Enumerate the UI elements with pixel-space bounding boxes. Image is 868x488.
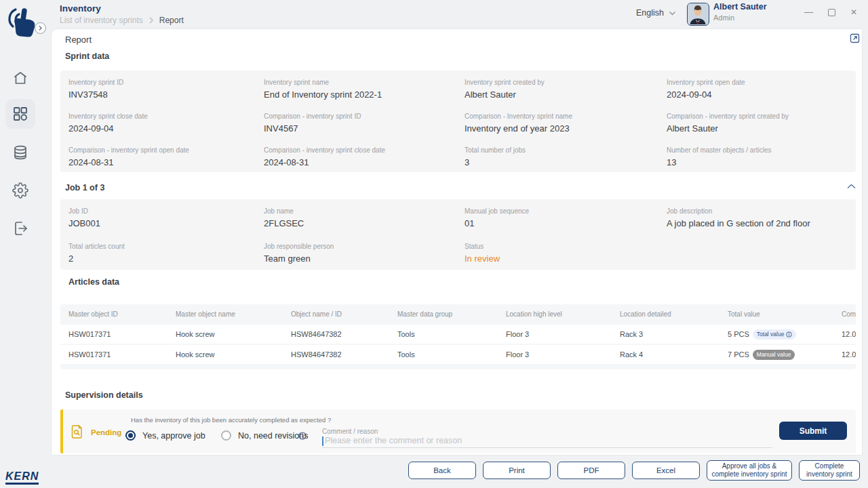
field-label: Total number of jobs xyxy=(465,146,660,154)
field-value: 13 xyxy=(667,157,849,167)
table-cell: Tools xyxy=(397,330,506,338)
user-role: Admin xyxy=(713,14,734,22)
sprint-field: Total number of jobs3 xyxy=(465,138,667,172)
sprint-field: Number of master objects / articles13 xyxy=(667,138,856,172)
complete-inventory-sprint-button[interactable]: Complete inventory sprint xyxy=(799,460,860,481)
total-value: 5 PCS xyxy=(728,330,749,338)
column-header: Location detailed xyxy=(620,310,728,318)
sidebar-item-dashboard[interactable] xyxy=(12,106,28,122)
job-field: Job name2FLGSEC xyxy=(264,199,465,235)
badge-label: Total value xyxy=(757,331,785,338)
info-icon[interactable] xyxy=(298,432,307,440)
sidebar-item-database[interactable] xyxy=(12,144,28,161)
sprint-field: Comparison - inventory sprint close date… xyxy=(264,138,465,172)
job-field: Job responsible personTeam green xyxy=(264,235,465,270)
avatar[interactable] xyxy=(687,3,709,26)
radio-yes-label[interactable]: Yes, approve job xyxy=(142,431,205,441)
sidebar-collapse-button[interactable] xyxy=(35,22,46,34)
field-label: Manual job sequence xyxy=(465,207,660,215)
field-label: Inventory sprint ID xyxy=(68,79,257,86)
pending-review-icon xyxy=(71,425,83,439)
status-value: In review xyxy=(465,253,660,264)
excel-button[interactable]: Excel xyxy=(632,462,700,479)
table-cell: HSW017371 xyxy=(68,330,176,338)
field-label: Comparison - Inventory sprint name xyxy=(465,113,660,120)
breadcrumb-chevron-icon xyxy=(149,17,154,24)
expand-icon[interactable] xyxy=(850,33,860,43)
field-value: Albert Sauter xyxy=(667,123,849,134)
total-value-cell: 5 PCS Total value xyxy=(728,329,842,340)
sidebar-item-settings[interactable] xyxy=(12,182,28,199)
job-data-panel: Job IDJOB001 Job name2FLGSEC Manual job … xyxy=(60,199,856,270)
radio-no-label[interactable]: No, need revisions xyxy=(238,431,309,441)
field-label: Job ID xyxy=(68,207,257,215)
table-cell: Floor 3 xyxy=(506,350,620,359)
job-field-status: StatusIn review xyxy=(465,235,667,270)
column-header: Object name / ID xyxy=(291,310,397,318)
comment-input[interactable] xyxy=(322,434,772,448)
radio-dot xyxy=(128,433,133,438)
field-label: Total articles count xyxy=(68,243,257,250)
radio-yes[interactable] xyxy=(125,430,136,441)
field-value: 3 xyxy=(465,157,660,167)
print-button[interactable]: Print xyxy=(483,462,551,479)
app-touch-logo-icon xyxy=(4,1,38,38)
language-label: English xyxy=(636,8,664,18)
chevron-right-icon xyxy=(38,25,43,31)
sprint-field: Inventory sprint created byAlbert Sauter xyxy=(465,70,667,104)
radio-no[interactable] xyxy=(221,430,231,441)
table-cell: Floor 3 xyxy=(506,330,620,338)
column-header: Master object ID xyxy=(68,310,176,318)
sprint-field: Inventory sprint nameEnd of Inventory sp… xyxy=(264,70,465,104)
field-value: Team green xyxy=(264,253,458,264)
table-cell: Rack 3 xyxy=(620,330,728,338)
field-value: JOB001 xyxy=(68,218,257,228)
report-panel: Report Sprint data Inventory sprint IDIN… xyxy=(51,28,863,455)
table-cell: 12.0 xyxy=(842,350,856,359)
sidebar-item-home[interactable] xyxy=(12,70,28,86)
table-cell: HSW84647382 xyxy=(291,350,397,359)
table-row: HSW017371 Hook screw HSW84647382 Tools F… xyxy=(60,325,856,344)
field-value: Albert Sauter xyxy=(465,89,660,100)
breadcrumb-parent[interactable]: List of inventory sprints xyxy=(60,16,143,25)
minimize-button[interactable]: — xyxy=(804,7,813,17)
field-label: Job name xyxy=(264,207,458,215)
user-name: Albert Sauter xyxy=(713,2,767,12)
maximize-button[interactable] xyxy=(828,9,835,16)
field-label: Number of master objects / articles xyxy=(667,146,849,154)
sprint-field: Comparison - inventory sprint open date2… xyxy=(68,138,264,172)
field-value: 2024-08-31 xyxy=(264,157,458,167)
field-value: 2024-09-04 xyxy=(667,89,849,100)
column-header: Location high level xyxy=(506,310,620,318)
job-field: Manual job sequence01 xyxy=(465,199,667,235)
articles-table: Master object ID Master object name Obje… xyxy=(60,304,856,369)
approve-all-jobs-button[interactable]: Approve all jobs & complete inventory sp… xyxy=(707,460,792,481)
back-button[interactable]: Back xyxy=(408,462,476,479)
field-label: Inventory sprint name xyxy=(264,79,458,86)
chevron-up-icon[interactable] xyxy=(846,183,856,190)
pdf-button[interactable]: PDF xyxy=(557,462,625,479)
field-label: Status xyxy=(465,243,660,250)
language-selector[interactable]: English xyxy=(636,8,676,18)
breadcrumb-current: Report xyxy=(159,16,184,25)
field-value: 2024-08-31 xyxy=(68,157,257,167)
table-cell: 12.0 xyxy=(842,330,856,338)
field-label: Comparison - inventory sprint close date xyxy=(264,146,458,154)
table-cell: HSW017371 xyxy=(68,350,176,359)
field-label: Comparison - inventory sprint ID xyxy=(264,113,458,120)
field-label: Job responsible person xyxy=(264,243,458,250)
field-value: 2024-09-04 xyxy=(68,123,257,134)
close-button[interactable]: ✕ xyxy=(850,7,857,17)
total-value-badge[interactable]: Total value xyxy=(753,329,797,340)
sidebar-item-logout[interactable] xyxy=(12,220,28,237)
submit-button[interactable]: Submit xyxy=(779,422,847,440)
sprint-field: Inventory sprint IDINV37548 xyxy=(68,70,264,104)
breadcrumb: List of inventory sprints Report xyxy=(60,16,184,25)
column-header: Com xyxy=(842,310,856,318)
report-title: Report xyxy=(65,35,92,45)
articles-section-title: Articles data xyxy=(68,277,119,287)
supervision-question: Has the inventory of this job been accur… xyxy=(131,416,331,424)
field-label: Inventory sprint close date xyxy=(68,113,257,120)
chevron-down-icon xyxy=(669,11,676,16)
sprint-field: Inventory sprint close date2024-09-04 xyxy=(68,104,264,138)
